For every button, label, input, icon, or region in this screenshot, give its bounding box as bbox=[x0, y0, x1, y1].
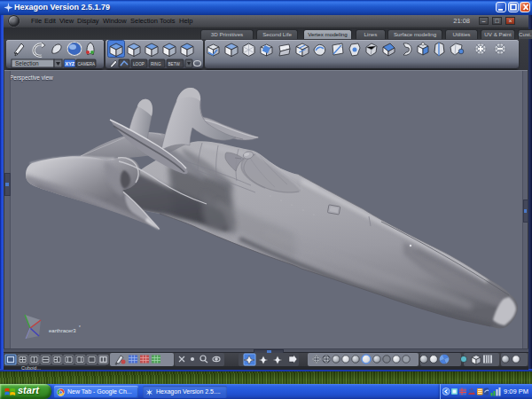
svg-text:Selection: Selection bbox=[15, 60, 39, 66]
svg-text:earthracer3: earthracer3 bbox=[49, 328, 76, 333]
svg-text:*: * bbox=[79, 325, 81, 330]
svg-text:RING: RING bbox=[151, 62, 161, 66]
svg-text:BETW: BETW bbox=[168, 62, 181, 66]
svg-text:LOOP: LOOP bbox=[133, 62, 145, 66]
svg-text:XYZ: XYZ bbox=[66, 61, 75, 66]
svg-text:CAMERA: CAMERA bbox=[78, 62, 97, 66]
